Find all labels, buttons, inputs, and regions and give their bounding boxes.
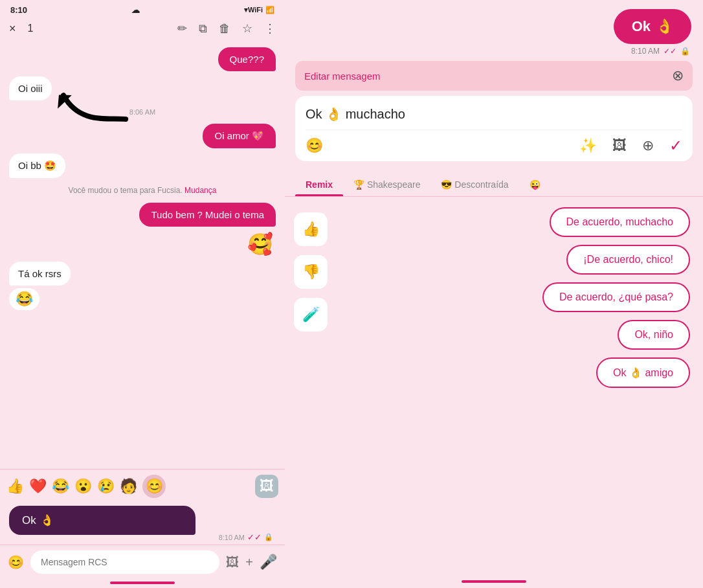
tab-more[interactable]: 😜: [519, 174, 551, 196]
theme-change-notice: Você mudou o tema para Fucsia. Mudança: [9, 186, 276, 195]
add-emoji-button[interactable]: 😊: [142, 475, 166, 498]
chat-messages: Que??? Oi oiii 8:06 AM Oi amor 💖 Oi bb 🤩…: [0, 40, 285, 469]
msg-time-806: 8:06 AM: [9, 108, 276, 116]
suggestion-2[interactable]: ¡De acuerdo, chico!: [566, 245, 690, 275]
tabs-row: Remix 🏆 Shakespeare 😎 Descontraída 😜: [285, 166, 703, 197]
status-bar: 8:10 ☁ ▾WiFi 📶: [0, 0, 285, 17]
ok-large-label: Ok: [632, 18, 651, 35]
selection-count: 1: [28, 23, 34, 34]
message-ta-ok: Tá ok rsrs: [9, 262, 71, 286]
message-oi-bb: Oi bb 🤩: [9, 153, 65, 178]
add-input-icon[interactable]: +: [245, 555, 253, 570]
emoji-heart[interactable]: ❤️: [29, 478, 47, 495]
edit-close-icon[interactable]: ⊗: [672, 67, 684, 84]
status-cloud-icon: ☁: [131, 5, 140, 15]
ok-large-button[interactable]: Ok 👌: [614, 9, 691, 44]
left-actions: 👍 👎 🧪: [285, 207, 337, 575]
suggestion-4[interactable]: Ok, niño: [618, 320, 690, 350]
bottom-indicator-right: [462, 580, 526, 583]
ok-large-emoji: 👌: [656, 18, 673, 35]
wifi-icon: ▾WiFi: [244, 6, 263, 14]
edit-emoji-icon[interactable]: 😊: [306, 137, 323, 154]
photo-input-icon[interactable]: 🖼: [226, 555, 239, 570]
right-panel: Ok 👌 8:10 AM ✓✓ 🔒 Editar mensagem ⊗ Ok 👌…: [285, 0, 703, 588]
right-top-area: Ok 👌: [285, 0, 703, 47]
right-lock-icon: 🔒: [680, 47, 690, 56]
delete-icon[interactable]: 🗑: [219, 22, 230, 36]
status-time: 8:10: [10, 5, 27, 15]
message-oi-amor: Oi amor 💖: [203, 124, 276, 148]
edit-label: Editar mensagem: [304, 71, 381, 82]
photo-icon: 🖼: [260, 478, 274, 495]
ok-text: Ok: [22, 514, 36, 527]
message-tudo-bem: Tudo bem ? Mudei o tema: [139, 203, 276, 227]
theme-change-link[interactable]: Mudança: [184, 186, 216, 195]
emoji-reaction-bar: 👍 ❤️ 😂 😮 😢 🧑 😊 🖼: [0, 469, 285, 503]
emoji-person[interactable]: 🧑: [120, 478, 137, 495]
emoji-thumbup[interactable]: 👍: [6, 478, 24, 495]
ok-time: 8:10 AM: [219, 534, 245, 541]
emoji-laugh[interactable]: 😂: [52, 478, 69, 495]
thumbdown-action[interactable]: 👎: [294, 255, 328, 289]
edit-add-icon[interactable]: ⊕: [642, 137, 654, 154]
toolbar-bar: × 1 ✏ ⧉ 🗑 ☆ ⋮: [0, 17, 285, 40]
status-icons: ▾WiFi 📶: [244, 6, 274, 14]
edit-bar: Editar mensagem ⊗: [295, 61, 693, 91]
msg-status: 8:10 AM ✓✓ 🔒: [9, 532, 273, 542]
thumbup-action[interactable]: 👍: [294, 212, 328, 246]
double-check-icon: ✓✓: [247, 532, 262, 542]
left-panel: 8:10 ☁ ▾WiFi 📶 × 1 ✏ ⧉ 🗑 ☆ ⋮ Que??? Oi o…: [0, 0, 285, 588]
emoji-input-icon[interactable]: 😊: [8, 554, 24, 570]
signal-icon: 📶: [265, 6, 274, 14]
message-que: Que???: [218, 47, 276, 71]
input-bar: 😊 🖼 + 🎤: [0, 545, 285, 579]
suggestion-3[interactable]: De acuerdo, ¿qué pasa?: [542, 282, 690, 312]
edit-input-area: Ok 👌 muchacho 😊 ✨ 🖼 ⊕ ✓: [295, 96, 693, 161]
copy-icon[interactable]: ⧉: [199, 22, 207, 36]
tab-descontraida[interactable]: 😎 Descontraída: [430, 174, 519, 196]
ok-emoji: 👌: [40, 514, 54, 527]
message-oi-oiii: Oi oiii: [9, 76, 52, 100]
add-emoji-icon: 😊: [146, 478, 163, 495]
flask-action[interactable]: 🧪: [294, 298, 328, 332]
right-time-text: 8:10 AM: [631, 47, 660, 56]
suggestion-5[interactable]: Ok 👌 amigo: [596, 357, 690, 388]
reaction-row: 😂: [9, 288, 39, 310]
more-icon[interactable]: ⋮: [264, 21, 276, 36]
svg-marker-0: [52, 89, 73, 109]
edit-text[interactable]: Ok 👌 muchacho: [306, 106, 682, 130]
tab-shakespeare[interactable]: 🏆 Shakespeare: [343, 174, 430, 196]
right-checks: ✓✓: [664, 47, 676, 56]
lock-icon: 🔒: [264, 533, 273, 541]
right-time-area: 8:10 AM ✓✓ 🔒: [285, 47, 703, 61]
emoji-wow[interactable]: 😮: [74, 478, 92, 495]
suggestion-area: 👍 👎 🧪 De acuerdo, muchacho ¡De acuerdo, …: [285, 197, 703, 575]
tab-remix[interactable]: Remix: [295, 174, 343, 196]
edit-toolbar: 😊 ✨ 🖼 ⊕ ✓: [306, 130, 682, 161]
message-emoji-hug: 🥰: [245, 232, 276, 256]
emoji-sad[interactable]: 😢: [97, 478, 115, 495]
ok-bubble: Ok 👌: [9, 506, 195, 535]
message-input[interactable]: [30, 550, 219, 574]
bottom-indicator-left: [110, 582, 175, 584]
suggestions-list: De acuerdo, muchacho ¡De acuerdo, chico!…: [337, 207, 703, 575]
star-icon[interactable]: ☆: [242, 21, 252, 36]
ok-message-area: Ok 👌 8:10 AM ✓✓ 🔒: [0, 503, 285, 545]
edit-check-icon[interactable]: ✓: [669, 137, 682, 155]
close-icon[interactable]: ×: [9, 22, 16, 36]
reaction-emoji: 😂: [16, 291, 33, 308]
edit-icon[interactable]: ✏: [177, 21, 187, 36]
edit-magic-icon[interactable]: ✨: [579, 137, 597, 154]
photo-button[interactable]: 🖼: [255, 475, 278, 498]
mic-input-icon[interactable]: 🎤: [260, 554, 277, 571]
suggestion-1[interactable]: De acuerdo, muchacho: [550, 207, 690, 237]
edit-image-icon[interactable]: 🖼: [612, 137, 627, 154]
